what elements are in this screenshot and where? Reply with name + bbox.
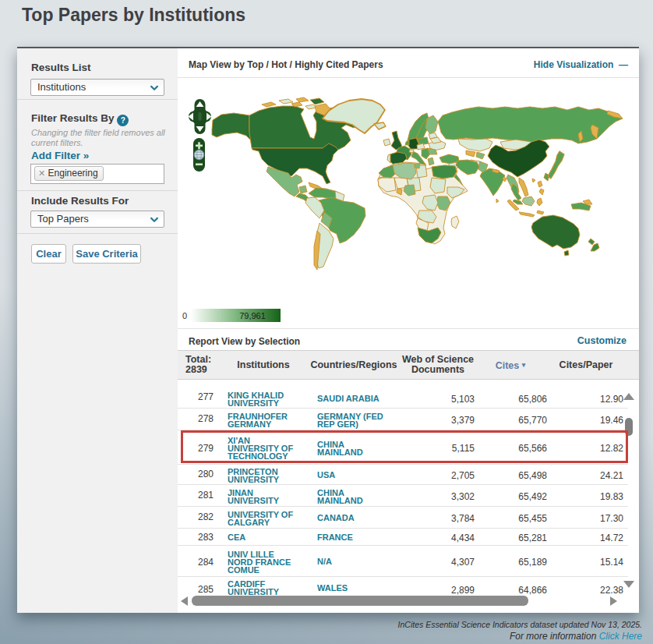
svg-text:79,961: 79,961 — [239, 311, 266, 320]
svg-text:0: 0 — [182, 311, 187, 320]
